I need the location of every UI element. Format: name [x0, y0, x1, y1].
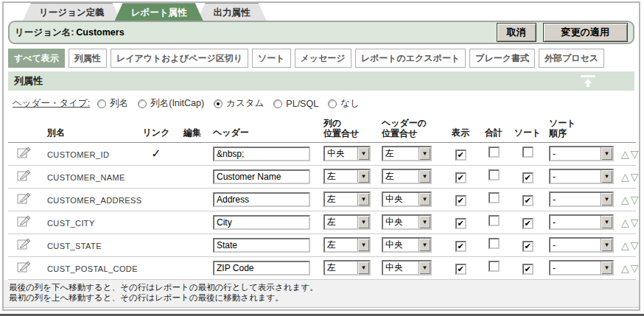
header-text-input[interactable] [213, 215, 310, 230]
sort-sequence-select[interactable]: - [549, 237, 614, 253]
header-type-label[interactable]: ヘッダー・タイプ: [13, 97, 90, 110]
header-type-option-none[interactable]: なし [328, 97, 360, 110]
edit-column-icon[interactable] [17, 169, 31, 182]
column-alignment-select[interactable]: 中央 [323, 146, 371, 161]
radio-label: 列名(InitCap) [150, 97, 204, 110]
sum-checkbox[interactable] [489, 261, 500, 272]
move-down-icon[interactable] [630, 194, 640, 206]
move-down-icon[interactable] [630, 239, 640, 251]
header-text-input[interactable] [213, 147, 310, 161]
column-alignment-select[interactable]: 左 [323, 214, 371, 230]
move-hint-text: 最後の列を下へ移動すると、その行はレポートの最初の行として表示されます。 最初の… [4, 280, 639, 309]
column-alignment-select[interactable]: 左 [323, 260, 371, 275]
subtab-report-export[interactable]: レポートのエクスポート [355, 49, 466, 68]
sort-checkbox[interactable] [522, 195, 533, 206]
subtab-column-attributes[interactable]: 列属性 [69, 49, 107, 68]
edit-column-icon[interactable] [17, 260, 31, 273]
dropdown-arrow-icon [601, 216, 612, 228]
subtab-external-processing[interactable]: 外部プロセス [539, 49, 604, 68]
header-text-input[interactable] [213, 169, 310, 184]
edit-column-icon[interactable] [17, 146, 31, 159]
dropdown-arrow-icon [419, 147, 430, 160]
column-alignment-select[interactable]: 左 [323, 169, 371, 184]
move-down-icon[interactable] [630, 262, 640, 274]
subtab-sorting[interactable]: ソート [252, 49, 291, 68]
column-alias: CUST_CITY [47, 219, 95, 228]
subtab-messages[interactable]: メッセージ [295, 49, 351, 68]
sort-checkbox[interactable] [522, 241, 533, 252]
header-text-input[interactable] [213, 238, 310, 253]
table-row: CUST_POSTAL_CODE 左 中央 - [8, 256, 636, 279]
sort-sequence-select[interactable]: - [549, 192, 614, 207]
sort-sequence-select[interactable]: - [549, 214, 614, 230]
subtab-show-all[interactable]: すべて表示 [8, 49, 65, 68]
edit-column-icon[interactable] [17, 237, 31, 250]
sum-checkbox[interactable] [489, 192, 500, 203]
radio-plsql[interactable] [273, 99, 282, 108]
sum-checkbox[interactable] [489, 147, 500, 158]
radio-custom[interactable] [214, 99, 223, 108]
move-up-icon[interactable] [620, 217, 630, 228]
header-text-input[interactable] [213, 261, 310, 275]
header-type-option-column-name[interactable]: 列名 [97, 97, 128, 110]
header-type-row: ヘッダー・タイプ: 列名 列名(InitCap) カスタム PL/SQL なし [8, 91, 634, 114]
move-up-icon[interactable] [620, 148, 630, 160]
sort-checkbox[interactable] [522, 264, 533, 275]
header-alignment-select[interactable]: 左 [382, 169, 432, 184]
header-type-option-initcap[interactable]: 列名(InitCap) [138, 97, 204, 110]
show-checkbox[interactable] [455, 241, 466, 252]
header-alignment-select[interactable]: 中央 [382, 237, 432, 253]
radio-label: PL/SQL [286, 99, 318, 109]
sort-sequence-select[interactable]: - [549, 146, 614, 161]
dropdown-arrow-icon [419, 170, 430, 183]
header-alignment-select[interactable]: 中央 [382, 214, 432, 230]
move-up-icon[interactable] [620, 171, 630, 183]
header-alignment-select[interactable]: 中央 [382, 260, 432, 275]
header-type-option-custom[interactable]: カスタム [214, 97, 264, 110]
radio-initcap[interactable] [138, 99, 147, 108]
collapse-section-icon[interactable] [580, 75, 598, 88]
move-down-icon[interactable] [630, 171, 640, 183]
sum-checkbox[interactable] [489, 215, 500, 226]
sort-checkbox[interactable] [522, 147, 533, 158]
dropdown-arrow-icon [357, 216, 369, 228]
show-checkbox[interactable] [455, 150, 466, 161]
header-alignment-select[interactable]: 中央 [382, 192, 432, 207]
show-checkbox[interactable] [455, 195, 466, 206]
edit-column-icon[interactable] [17, 214, 31, 228]
tab-region-definition[interactable]: リージョン定義 [23, 3, 121, 21]
move-up-icon[interactable] [620, 239, 630, 251]
show-checkbox[interactable] [455, 264, 466, 275]
move-down-icon[interactable] [630, 148, 640, 160]
cancel-button[interactable]: 取消 [497, 23, 536, 42]
edit-column-icon[interactable] [17, 192, 31, 205]
sort-sequence-select[interactable]: - [549, 260, 614, 275]
sort-checkbox[interactable] [522, 172, 533, 183]
header-text-input[interactable] [213, 192, 310, 207]
show-checkbox[interactable] [455, 218, 466, 229]
column-alignment-header: 列の位置合せ [320, 114, 379, 142]
subtab-label: レポートのエクスポート [361, 53, 461, 63]
column-alignment-select[interactable]: 左 [323, 192, 371, 207]
sort-checkbox[interactable] [522, 218, 533, 229]
move-up-icon[interactable] [620, 194, 630, 206]
radio-none[interactable] [328, 99, 337, 108]
move-up-icon[interactable] [620, 262, 630, 274]
region-name-bar: リージョン名: Customers 取消 変更の適用 [8, 21, 634, 44]
move-down-icon[interactable] [630, 217, 640, 228]
apply-changes-button[interactable]: 変更の適用 [543, 23, 628, 42]
column-alignment-select[interactable]: 左 [323, 237, 371, 253]
sort-sequence-select[interactable]: - [549, 169, 614, 184]
header-type-option-plsql[interactable]: PL/SQL [273, 99, 318, 109]
region-name-value: Customers [76, 27, 124, 38]
show-checkbox[interactable] [455, 172, 466, 183]
tab-report-attributes[interactable]: レポート属性 [115, 3, 203, 21]
subtab-break-formatting[interactable]: ブレーク書式 [469, 49, 535, 68]
hint-line: 最後の列を下へ移動すると、その行はレポートの最初の行として表示されます。 [9, 282, 634, 293]
subtab-layout-pagination[interactable]: レイアウトおよびページ区切り [111, 49, 248, 68]
header-alignment-select[interactable]: 左 [382, 146, 432, 161]
radio-column-name[interactable] [97, 99, 106, 108]
tab-print-attributes[interactable]: 出力属性 [197, 3, 267, 21]
sum-checkbox[interactable] [489, 238, 500, 249]
sum-checkbox[interactable] [489, 169, 500, 180]
